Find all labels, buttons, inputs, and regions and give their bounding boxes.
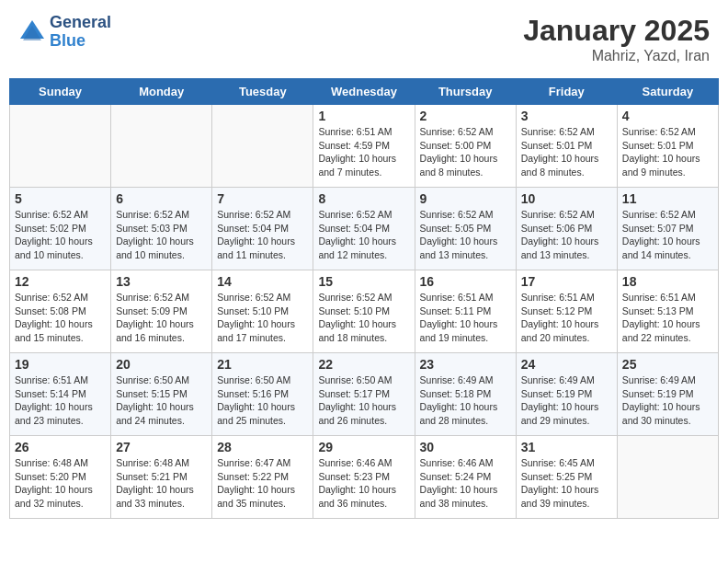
weekday-header-saturday: Saturday: [617, 79, 718, 105]
day-info: Sunrise: 6:52 AM Sunset: 5:01 PM Dayligh…: [622, 125, 713, 179]
calendar-cell: 25Sunrise: 6:49 AM Sunset: 5:19 PM Dayli…: [617, 353, 718, 436]
calendar-cell: 2Sunrise: 6:52 AM Sunset: 5:00 PM Daylig…: [415, 105, 516, 188]
calendar-cell: 6Sunrise: 6:52 AM Sunset: 5:03 PM Daylig…: [111, 188, 212, 270]
day-info: Sunrise: 6:52 AM Sunset: 5:10 PM Dayligh…: [217, 291, 308, 345]
day-info: Sunrise: 6:50 AM Sunset: 5:15 PM Dayligh…: [116, 373, 207, 428]
day-info: Sunrise: 6:52 AM Sunset: 5:05 PM Dayligh…: [420, 208, 511, 262]
calendar-cell: 3Sunrise: 6:52 AM Sunset: 5:01 PM Daylig…: [516, 105, 617, 188]
day-number: 29: [318, 440, 409, 454]
calendar-cell: 5Sunrise: 6:52 AM Sunset: 5:02 PM Daylig…: [10, 188, 111, 270]
week-row-1: 1Sunrise: 6:51 AM Sunset: 4:59 PM Daylig…: [10, 105, 719, 188]
calendar-cell: 16Sunrise: 6:51 AM Sunset: 5:11 PM Dayli…: [415, 270, 516, 353]
day-info: Sunrise: 6:52 AM Sunset: 5:07 PM Dayligh…: [622, 208, 713, 262]
day-info: Sunrise: 6:50 AM Sunset: 5:17 PM Dayligh…: [318, 373, 409, 428]
day-info: Sunrise: 6:52 AM Sunset: 5:06 PM Dayligh…: [521, 208, 612, 262]
weekday-header-tuesday: Tuesday: [212, 79, 313, 105]
page-header: General Blue January 2025 Mahriz, Yazd, …: [9, 9, 719, 69]
day-info: Sunrise: 6:46 AM Sunset: 5:23 PM Dayligh…: [318, 456, 409, 511]
weekday-header-friday: Friday: [516, 79, 617, 105]
logo-general: General: [50, 14, 111, 32]
day-number: 16: [420, 274, 511, 289]
calendar-cell: 20Sunrise: 6:50 AM Sunset: 5:15 PM Dayli…: [111, 353, 212, 436]
day-number: 7: [217, 191, 308, 206]
day-info: Sunrise: 6:52 AM Sunset: 5:04 PM Dayligh…: [318, 208, 409, 262]
day-number: 22: [318, 357, 409, 372]
calendar-cell: 21Sunrise: 6:50 AM Sunset: 5:16 PM Dayli…: [212, 353, 313, 436]
day-number: 4: [622, 109, 713, 123]
day-info: Sunrise: 6:47 AM Sunset: 5:22 PM Dayligh…: [217, 456, 308, 511]
day-number: 25: [622, 357, 713, 372]
calendar-table: SundayMondayTuesdayWednesdayThursdayFrid…: [9, 78, 719, 519]
day-info: Sunrise: 6:49 AM Sunset: 5:19 PM Dayligh…: [622, 373, 713, 428]
day-info: Sunrise: 6:50 AM Sunset: 5:16 PM Dayligh…: [217, 373, 308, 428]
calendar-cell: 18Sunrise: 6:51 AM Sunset: 5:13 PM Dayli…: [617, 270, 718, 353]
day-info: Sunrise: 6:51 AM Sunset: 5:13 PM Dayligh…: [622, 291, 713, 345]
day-info: Sunrise: 6:49 AM Sunset: 5:19 PM Dayligh…: [521, 373, 612, 428]
calendar-cell: 28Sunrise: 6:47 AM Sunset: 5:22 PM Dayli…: [212, 436, 313, 519]
day-info: Sunrise: 6:52 AM Sunset: 5:00 PM Dayligh…: [420, 125, 511, 179]
calendar-cell: 17Sunrise: 6:51 AM Sunset: 5:12 PM Dayli…: [516, 270, 617, 353]
week-row-2: 5Sunrise: 6:52 AM Sunset: 5:02 PM Daylig…: [10, 188, 719, 270]
calendar-cell: 29Sunrise: 6:46 AM Sunset: 5:23 PM Dayli…: [313, 436, 415, 519]
day-info: Sunrise: 6:52 AM Sunset: 5:09 PM Dayligh…: [116, 291, 207, 345]
weekday-header-thursday: Thursday: [415, 79, 516, 105]
calendar-cell: 31Sunrise: 6:45 AM Sunset: 5:25 PM Dayli…: [516, 436, 617, 519]
day-number: 28: [217, 440, 308, 454]
week-row-3: 12Sunrise: 6:52 AM Sunset: 5:08 PM Dayli…: [10, 270, 719, 353]
day-number: 18: [622, 274, 713, 289]
day-number: 24: [521, 357, 612, 372]
calendar-cell: 8Sunrise: 6:52 AM Sunset: 5:04 PM Daylig…: [313, 188, 415, 270]
calendar-cell: 19Sunrise: 6:51 AM Sunset: 5:14 PM Dayli…: [10, 353, 111, 436]
logo: General Blue: [18, 14, 111, 51]
day-number: 27: [116, 440, 207, 454]
calendar-cell: [617, 436, 718, 519]
day-number: 19: [15, 357, 106, 372]
logo-blue: Blue: [50, 32, 111, 51]
day-info: Sunrise: 6:52 AM Sunset: 5:08 PM Dayligh…: [15, 291, 106, 345]
calendar-cell: [212, 105, 313, 188]
day-info: Sunrise: 6:51 AM Sunset: 5:14 PM Dayligh…: [15, 373, 106, 428]
calendar-cell: 26Sunrise: 6:48 AM Sunset: 5:20 PM Dayli…: [10, 436, 111, 519]
day-number: 21: [217, 357, 308, 372]
logo-icon: [18, 18, 46, 46]
weekday-header-sunday: Sunday: [10, 79, 111, 105]
day-number: 15: [318, 274, 409, 289]
weekday-header-row: SundayMondayTuesdayWednesdayThursdayFrid…: [10, 79, 719, 105]
calendar-cell: 10Sunrise: 6:52 AM Sunset: 5:06 PM Dayli…: [516, 188, 617, 270]
day-number: 10: [521, 191, 612, 206]
day-number: 1: [318, 109, 409, 123]
calendar-cell: 23Sunrise: 6:49 AM Sunset: 5:18 PM Dayli…: [415, 353, 516, 436]
calendar-cell: [10, 105, 111, 188]
day-info: Sunrise: 6:52 AM Sunset: 5:04 PM Dayligh…: [217, 208, 308, 262]
calendar-cell: 9Sunrise: 6:52 AM Sunset: 5:05 PM Daylig…: [415, 188, 516, 270]
calendar-cell: 11Sunrise: 6:52 AM Sunset: 5:07 PM Dayli…: [617, 188, 718, 270]
day-number: 13: [116, 274, 207, 289]
day-number: 3: [521, 109, 612, 123]
day-number: 11: [622, 191, 713, 206]
calendar-cell: 14Sunrise: 6:52 AM Sunset: 5:10 PM Dayli…: [212, 270, 313, 353]
calendar-cell: 22Sunrise: 6:50 AM Sunset: 5:17 PM Dayli…: [313, 353, 415, 436]
calendar-cell: 30Sunrise: 6:46 AM Sunset: 5:24 PM Dayli…: [415, 436, 516, 519]
day-number: 6: [116, 191, 207, 206]
week-row-4: 19Sunrise: 6:51 AM Sunset: 5:14 PM Dayli…: [10, 353, 719, 436]
day-info: Sunrise: 6:52 AM Sunset: 5:01 PM Dayligh…: [521, 125, 612, 179]
day-number: 30: [420, 440, 511, 454]
day-info: Sunrise: 6:51 AM Sunset: 5:11 PM Dayligh…: [420, 291, 511, 345]
day-info: Sunrise: 6:51 AM Sunset: 5:12 PM Dayligh…: [521, 291, 612, 345]
weekday-header-monday: Monday: [111, 79, 212, 105]
day-number: 31: [521, 440, 612, 454]
month-title: January 2025: [523, 14, 710, 48]
day-number: 2: [420, 109, 511, 123]
calendar-cell: 7Sunrise: 6:52 AM Sunset: 5:04 PM Daylig…: [212, 188, 313, 270]
calendar-cell: 1Sunrise: 6:51 AM Sunset: 4:59 PM Daylig…: [313, 105, 415, 188]
day-info: Sunrise: 6:48 AM Sunset: 5:20 PM Dayligh…: [15, 456, 106, 511]
day-info: Sunrise: 6:52 AM Sunset: 5:03 PM Dayligh…: [116, 208, 207, 262]
title-block: January 2025 Mahriz, Yazd, Iran: [523, 14, 710, 64]
day-info: Sunrise: 6:48 AM Sunset: 5:21 PM Dayligh…: [116, 456, 207, 511]
calendar-cell: 15Sunrise: 6:52 AM Sunset: 5:10 PM Dayli…: [313, 270, 415, 353]
calendar-cell: 12Sunrise: 6:52 AM Sunset: 5:08 PM Dayli…: [10, 270, 111, 353]
day-number: 9: [420, 191, 511, 206]
day-info: Sunrise: 6:46 AM Sunset: 5:24 PM Dayligh…: [420, 456, 511, 511]
day-number: 5: [15, 191, 106, 206]
weekday-header-wednesday: Wednesday: [313, 79, 415, 105]
